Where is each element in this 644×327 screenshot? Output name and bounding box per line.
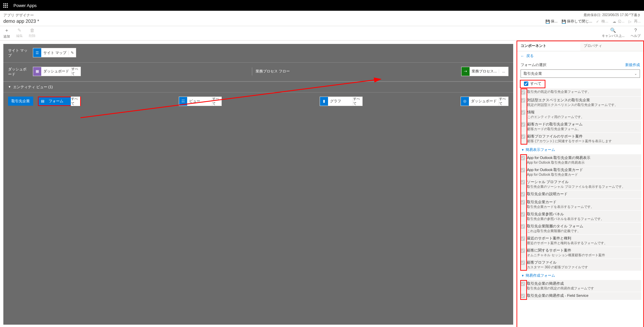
form-list-item[interactable]: 顧客に関するサポート案件オムニチャネル セッション概要顧客のサポート案件: [521, 247, 641, 259]
chart-icon: ▮: [320, 97, 328, 106]
form-list-item[interactable]: 取引先企業カード取引先企業カードを表示するフォームです。: [521, 199, 641, 210]
back-link[interactable]: ← 戻る: [517, 51, 643, 60]
form-item-desc: このエンティティ用のフォームです。: [527, 115, 584, 119]
dashboard-tile[interactable]: ▦ ダッシュボード すべて: [33, 67, 81, 76]
form-checkbox[interactable]: [521, 200, 525, 205]
forms-tile[interactable]: ▤ フォーム すべて: [38, 97, 81, 106]
form-checkbox[interactable]: [521, 224, 525, 229]
form-item-title: 顧客カードの取引先企業フォーム: [527, 122, 583, 127]
edit-icon[interactable]: ✎: [68, 51, 76, 55]
delete-button: 🗑削除: [29, 28, 36, 39]
form-checkbox[interactable]: [521, 192, 525, 197]
form-checkbox[interactable]: [521, 261, 525, 265]
form-item-desc: 既定の対話型エクスペリエンスの取引先企業フォームです。: [527, 103, 618, 107]
form-checkbox[interactable]: [521, 212, 525, 217]
form-item-title: 情報: [527, 110, 584, 115]
form-item-title: App for Outlook 取引先企業の簡易表示: [527, 155, 591, 160]
form-list-item[interactable]: 顧客カードの取引先企業フォーム顧客カードの取引先企業フォーム。: [521, 121, 641, 132]
play-button[interactable]: ▷再...: [629, 19, 641, 24]
save-close-button[interactable]: 💾保存して閉じ...: [561, 19, 592, 24]
canvas-button[interactable]: 🔍キャンバス上...: [602, 28, 625, 39]
sitemap-tile[interactable]: ☰ サイト マップ ✎: [33, 48, 76, 57]
form-list-item[interactable]: 取引先の既定の取引先企業フォームです。: [521, 89, 641, 96]
designer-label: アプリ デザイナー: [3, 13, 39, 18]
form-list-item[interactable]: App for Outlook 取引先企業カードApp for Outlook …: [521, 166, 641, 178]
views-tile[interactable]: ☷ ビュー すべて: [179, 97, 222, 106]
form-checkbox[interactable]: [521, 249, 525, 253]
form-item-title: 対話型エクスペリエンスの取引先企業: [527, 98, 618, 103]
bpf-icon: ⇢: [462, 67, 470, 76]
play-icon: ▷: [629, 19, 633, 23]
entity-view-header[interactable]: ▼ エンティティ ビュー (1): [3, 81, 513, 93]
form-list-item[interactable]: 取引先企業階層のタイル フォームこれは取引先企業階層の定義です。: [521, 223, 641, 234]
form-item-title: 取引先企業階層のタイル フォーム: [527, 224, 583, 229]
validate-button[interactable]: ✓検...: [596, 19, 608, 24]
form-item-desc: 最近のサポート案件と権利を表示するフォームです。: [527, 241, 607, 246]
form-list-item[interactable]: 取引先企業の説明カード: [521, 190, 641, 198]
quick-create-header[interactable]: ▼ 簡易作成フォーム: [521, 271, 641, 280]
form-list-item[interactable]: 取引先企業の簡易作成取引先企業用の既定の簡易作成フォームです: [521, 280, 641, 292]
form-list-item[interactable]: 顧客プロファイルカスタマー 360 の顧客プロファイルです: [521, 259, 641, 271]
trash-icon: 🗑: [30, 28, 35, 33]
form-list-item[interactable]: 情報このエンティティ用のフォームです。: [521, 109, 641, 120]
dashboard-icon: ▦: [33, 67, 41, 76]
bpf-tile[interactable]: ⇢ 業務プロセス... ...: [461, 67, 508, 76]
form-select-label: フォームの選択: [521, 62, 546, 67]
add-button[interactable]: ＋追加: [3, 28, 10, 39]
charts-tile[interactable]: ▮ グラフ すべて: [320, 97, 363, 106]
entity-button[interactable]: 取引先企業: [8, 97, 33, 106]
waffle-icon[interactable]: [0, 0, 11, 11]
form-checkbox[interactable]: [521, 168, 525, 172]
form-checkbox[interactable]: [521, 122, 525, 127]
form-item-desc: 取引先企業の参照パネルを表示するフォームです。: [527, 217, 604, 221]
form-list-item[interactable]: ソーシャル プロファイル取引先企業のソーシャル プロファイルを表示するフォームで…: [521, 178, 641, 190]
publish-button[interactable]: ☁公...: [612, 19, 625, 24]
main-forms-group: 取引先の既定の取引先企業フォームです。対話型エクスペリエンスの取引先企業既定の対…: [521, 88, 641, 145]
form-list-item[interactable]: 顧客プロファイルのサポート案件顧客 (アカウント) に関連するサポート案件を表示…: [521, 133, 641, 145]
form-checkbox[interactable]: [521, 90, 525, 95]
form-item-title: 最近のサポート案件と権利: [527, 236, 607, 241]
dashboard2-icon: ◎: [461, 97, 469, 106]
main-area: サイト マップ ☰ サイト マップ ✎ ダッシュボード ▦ ダッシュボード: [0, 41, 644, 327]
save-icon: 💾: [545, 19, 549, 23]
publish-icon: ☁: [612, 19, 616, 23]
dashboards-tile[interactable]: ◎ ダッシュボード すべて: [461, 97, 508, 106]
search-icon: 🔍: [610, 28, 616, 33]
form-item-desc: 取引先企業カードを表示するフォームです。: [527, 205, 594, 209]
sitemap-icon: ☰: [33, 48, 41, 57]
form-item-desc: これは取引先企業階層の定義です。: [527, 229, 583, 233]
select-all-checkbox[interactable]: すべて: [520, 80, 545, 88]
plus-icon: ＋: [4, 28, 9, 34]
form-checkbox[interactable]: [521, 282, 525, 286]
form-checkbox[interactable]: [521, 180, 525, 184]
app-brand: Power Apps: [13, 3, 37, 8]
form-checkbox[interactable]: [521, 294, 525, 298]
form-list-item[interactable]: App for Outlook 取引先企業の簡易表示App for Outloo…: [521, 154, 641, 166]
entity-selector[interactable]: 取引先企業 ⌄: [521, 69, 640, 78]
form-checkbox[interactable]: [521, 156, 525, 160]
help-button[interactable]: ?ヘルプ: [631, 28, 641, 39]
form-item-desc: 取引先企業用の既定の簡易作成フォームです: [527, 286, 594, 291]
form-checkbox[interactable]: [521, 134, 525, 139]
form-item-desc: 顧客カードの取引先企業フォーム。: [527, 127, 583, 131]
form-list-item[interactable]: 対話型エクスペリエンスの取引先企業既定の対話型エクスペリエンスの取引先企業フォー…: [521, 97, 641, 108]
form-icon: ▤: [39, 97, 47, 105]
form-list-item[interactable]: 取引先企業参照パネル取引先企業の参照パネルを表示するフォームです。: [521, 211, 641, 222]
form-list-item[interactable]: 取引先企業の簡易作成 - Field Service: [521, 292, 641, 300]
form-list-item[interactable]: 最近のサポート案件と権利最近のサポート案件と権利を表示するフォームです。: [521, 235, 641, 247]
save-button[interactable]: 💾保...: [545, 19, 557, 24]
quick-view-header[interactable]: ▼ 簡易表示フォーム: [521, 145, 641, 154]
tab-properties[interactable]: プロパティ: [580, 41, 643, 51]
form-list-scroll[interactable]: 取引先の既定の取引先企業フォームです。対話型エクスペリエンスの取引先企業既定の対…: [517, 88, 643, 327]
form-item-title: 取引先企業の簡易作成: [527, 281, 594, 286]
form-checkbox[interactable]: [521, 236, 525, 241]
form-checkbox[interactable]: [521, 98, 525, 103]
quick-create-list: 取引先企業の簡易作成取引先企業用の既定の簡易作成フォームです取引先企業の簡易作成…: [521, 280, 641, 300]
caret-down-icon: ▼: [521, 274, 524, 277]
panel-tabs: コンポーネント プロパティ: [517, 41, 643, 51]
caret-down-icon: ▼: [8, 85, 11, 89]
form-checkbox[interactable]: [521, 110, 525, 115]
tab-components[interactable]: コンポーネント: [517, 41, 580, 51]
all-checkbox-input[interactable]: [524, 81, 528, 86]
new-form-link[interactable]: 新規作成: [625, 62, 640, 67]
